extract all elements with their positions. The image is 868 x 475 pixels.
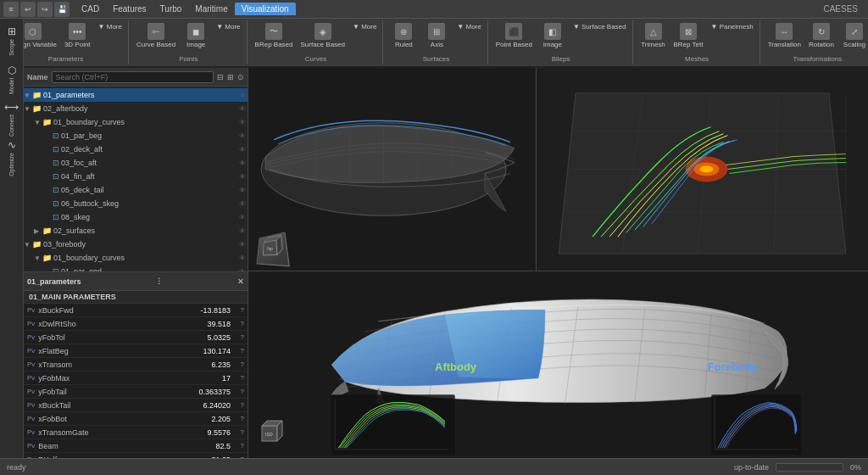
tree-visibility-icon[interactable]: 👁 <box>239 187 246 194</box>
ribbon-surfaces-more-btn[interactable]: ▼ More <box>454 22 483 31</box>
tree-collapse-btn[interactable]: ⊟ <box>217 73 224 81</box>
param-value-label: 82.5 <box>180 442 231 450</box>
param-row[interactable]: PvxTransomGate9.5576? <box>24 426 248 439</box>
tree-visibility-icon[interactable]: 👁 <box>239 214 246 221</box>
undo-btn[interactable]: ↩ <box>20 2 36 17</box>
tree-item[interactable]: ▼📁01_boundary_curves👁 <box>24 251 248 265</box>
brep-icon: 〜 <box>265 23 282 40</box>
tree-visibility-icon[interactable]: 👁 <box>239 105 246 113</box>
tree-visibility-icon[interactable]: 👁 <box>239 241 246 249</box>
tree-expand-icon[interactable]: ▶ <box>34 227 42 235</box>
tree-expand-icon[interactable]: ▼ <box>34 119 42 126</box>
ribbon-btn-axis[interactable]: ⊞ Axis <box>421 22 452 50</box>
tab-visualization[interactable]: Visualization <box>235 3 296 15</box>
main-area: Name ⊟ ⊞ ⊙ ▼📁01_parameters👁▼📁02_afterbod… <box>24 68 868 458</box>
tree-visibility-icon[interactable]: 👁 <box>239 254 246 262</box>
params-close-btn[interactable]: ✕ <box>237 277 244 286</box>
param-row[interactable]: PvyFobTol5.0325? <box>24 331 248 344</box>
ribbon-btn-brep[interactable]: 〜 BRep Based <box>253 22 296 50</box>
param-row[interactable]: PvxFobBot2.205? <box>24 412 248 426</box>
param-row[interactable]: PvxBuckFwd-13.8183? <box>24 304 248 317</box>
tree-expand-icon[interactable]: ▼ <box>34 254 42 262</box>
tree-item[interactable]: ⊡06_buttock_skeg👁 <box>24 197 248 210</box>
tab-features[interactable]: Features <box>106 3 153 15</box>
model-label: Model <box>8 78 14 94</box>
sidebar-scope-btn[interactable]: ⊞ Scope <box>2 22 22 59</box>
tree-expand-btn[interactable]: ⊞ <box>227 73 234 81</box>
surface-based-icon: ◈ <box>314 23 331 40</box>
ribbon-btn-translation[interactable]: ↔ Translation <box>765 22 804 50</box>
ribbon-btn-image-point[interactable]: ◼ Image <box>181 22 211 50</box>
ribbon-more-btn[interactable]: ▼ More <box>96 22 125 31</box>
tree-item[interactable]: ⊡01_par_end👁 <box>24 265 248 271</box>
param-row[interactable]: PvxTransom6.235? <box>24 358 248 372</box>
ribbon-btn-image-surf[interactable]: ◧ Image <box>537 22 568 50</box>
tree-item[interactable]: ⊡02_deck_aft👁 <box>24 142 248 156</box>
param-value-label: 17 <box>180 374 231 383</box>
sidebar-model-btn[interactable]: ⬡ Model <box>2 61 22 98</box>
tree-visibility-icon[interactable]: 👁 <box>239 200 246 208</box>
top-menu-bar: ≡ ↩ ↪ 💾 CAD Features Turbo Maritime Visu… <box>0 0 868 19</box>
ribbon-curves-more-btn[interactable]: ▼ More <box>350 22 379 31</box>
sidebar-optimize-btn[interactable]: ∿ Optimize <box>2 139 22 176</box>
save-btn[interactable]: 💾 <box>54 2 70 17</box>
tree-expand-icon[interactable]: ▼ <box>24 92 32 99</box>
tab-turbo[interactable]: Turbo <box>153 3 189 15</box>
tree-search-input[interactable] <box>52 71 214 83</box>
tree-item[interactable]: ⊡08_skeg👁 <box>24 210 248 224</box>
param-row[interactable]: PvyFobTail0.363375? <box>24 385 248 399</box>
ribbon-btn-ruled[interactable]: ⊛ Ruled <box>388 22 419 50</box>
tree-item[interactable]: ⊡01_par_beg👁 <box>24 129 248 142</box>
tab-cad[interactable]: CAD <box>75 3 106 15</box>
param-row[interactable]: PvxDwlRtSho39.518? <box>24 317 248 331</box>
tree-expand-icon[interactable]: ▼ <box>24 241 32 249</box>
tree-item[interactable]: ▼📁01_parameters👁 <box>24 88 248 102</box>
param-row[interactable]: PvyFobMax17? <box>24 372 248 385</box>
param-unit-label: ? <box>234 428 244 436</box>
param-type-icon: Pv <box>27 388 35 395</box>
ribbon-blleps-more-btn[interactable]: ▼ Surface Based <box>570 22 629 31</box>
tree-item[interactable]: ⊡05_deck_tail👁 <box>24 183 248 197</box>
tree-visibility-icon[interactable]: 👁 <box>239 146 246 154</box>
point-based-icon: ⬛ <box>505 23 522 40</box>
tree-filter-btn[interactable]: ⊙ <box>237 73 244 81</box>
tree-visibility-icon[interactable]: 👁 <box>239 227 246 235</box>
tree-panel: Name ⊟ ⊞ ⊙ ▼📁01_parameters👁▼📁02_afterbod… <box>24 68 248 271</box>
ribbon-btn-brep-tett[interactable]: ⊠ BRep Tett <box>671 22 706 50</box>
tree-item[interactable]: ⊡04_fin_aft👁 <box>24 170 248 183</box>
ribbon-points-more-btn[interactable]: ▼ More <box>214 22 242 31</box>
param-row[interactable]: PvxBuckTail6.24020? <box>24 399 248 412</box>
ribbon-btn-3dpoint[interactable]: ••• 3D Point <box>62 22 93 50</box>
tree-visibility-icon[interactable]: 👁 <box>239 173 246 181</box>
tree-visibility-icon[interactable]: 👁 <box>239 132 246 140</box>
ribbon-btn-rotation[interactable]: ↻ Rotation <box>806 22 837 50</box>
sidebar-connect-btn[interactable]: ⟷ Connect <box>2 100 22 137</box>
ribbon-btn-surface-based[interactable]: ◈ Surface Based <box>298 22 348 50</box>
ribbon-btn-scaling[interactable]: ⤢ Scaling <box>839 22 868 50</box>
tree-visibility-icon[interactable]: 👁 <box>239 119 246 126</box>
ribbon-meshes-more-btn[interactable]: ▼ Panelmesh <box>708 22 755 31</box>
tab-maritime[interactable]: Maritime <box>188 3 234 15</box>
bottom-view-cube[interactable]: ISO <box>255 419 286 451</box>
params-content: 01_MAIN PARAMETERSPvxBuckFwd-13.8183?Pvx… <box>24 291 248 458</box>
redo-btn[interactable]: ↪ <box>37 2 53 17</box>
param-row[interactable]: PvxFlatBeg130.174? <box>24 344 248 358</box>
brep-tett-icon: ⊠ <box>680 23 697 40</box>
tree-visibility-icon[interactable]: 👁 <box>239 159 246 167</box>
params-more-btn[interactable]: ⋮ <box>155 277 163 286</box>
view-cube[interactable]: Top <box>255 233 286 264</box>
tree-item[interactable]: ▼📁02_afterbody👁 <box>24 102 248 115</box>
app-menu-btn[interactable]: ≡ <box>3 2 19 17</box>
param-row[interactable]: PvBeam82.5? <box>24 439 248 453</box>
tree-visibility-icon[interactable]: 👁 <box>239 92 246 99</box>
tree-item[interactable]: ▼📁03_forebody👁 <box>24 238 248 251</box>
tree-expand-icon[interactable]: ▼ <box>24 105 32 113</box>
ribbon-btn-point-based[interactable]: ⬛ Point Based <box>493 22 535 50</box>
optimize-icon: ∿ <box>8 139 16 151</box>
ribbon-btn-curve-based[interactable]: ⟜ Curve Based <box>134 22 178 50</box>
tree-item[interactable]: ▼📁01_boundary_curves👁 <box>24 115 248 129</box>
tree-item[interactable]: ⊡03_foc_aft👁 <box>24 156 248 170</box>
ribbon-btn-trimesh[interactable]: △ Trimesh <box>638 22 669 50</box>
image-surf-icon: ◧ <box>544 23 561 40</box>
tree-item[interactable]: ▶📁02_surfaces👁 <box>24 224 248 238</box>
